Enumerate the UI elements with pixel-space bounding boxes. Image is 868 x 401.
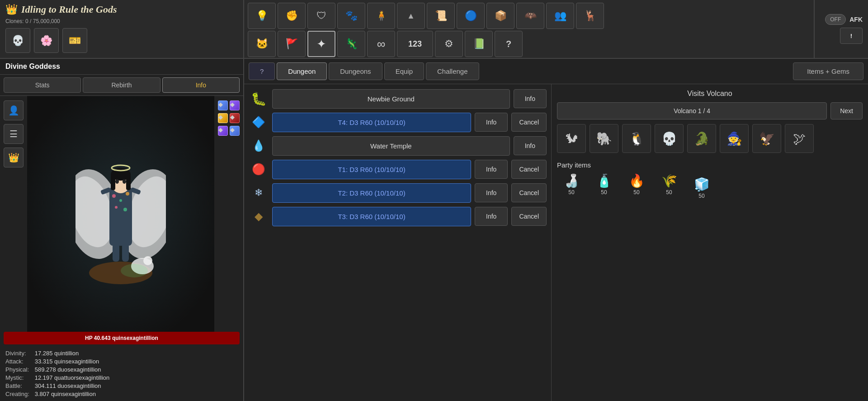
dungeon-row-t4: 🔷 T4: D3 R60 (10/10/10) Info Cancel [249, 112, 547, 132]
game-title: Idling to Rule the Gods [21, 4, 117, 15]
nav-infinity-btn[interactable]: ∞ [367, 31, 395, 57]
nav-person-btn[interactable]: 🧍 [367, 3, 395, 29]
tab-items-gems[interactable]: Items + Gems [793, 62, 863, 80]
nav-numbers-btn[interactable]: 123 [397, 31, 433, 57]
gem-purple2: ◆ [218, 126, 228, 136]
monster-penguin[interactable]: 🐧 [622, 124, 651, 153]
stat-physical-value: 589.278 duosexagintillion [35, 366, 238, 373]
char-crown-btn[interactable]: 👑 [4, 148, 24, 167]
nav-fight-btn[interactable]: ✊ [278, 3, 306, 29]
party-item-4[interactable]: 🧊 50 [687, 177, 716, 199]
monster-witch[interactable]: 🧙 [720, 124, 749, 153]
ticket-button[interactable]: 🎫 [62, 28, 87, 53]
nav-deer-btn[interactable]: 🦌 [576, 3, 604, 29]
monster-squirrel[interactable]: 🐿 [557, 124, 586, 153]
dungeon-info-newbie[interactable]: Info [514, 89, 547, 108]
dungeon-cancel-t2[interactable]: Cancel [511, 183, 547, 202]
monster-elephant[interactable]: 🐘 [590, 124, 618, 153]
dungeon-btn-t4[interactable]: T4: D3 R60 (10/10/10) [272, 113, 471, 132]
char-menu-btn[interactable]: ☰ [4, 124, 24, 144]
volcano-panel: Visits Volcano Volcano 1 / 4 Next 🐿 🐘 🐧 … [552, 84, 868, 401]
dungeon-cancel-t3[interactable]: Cancel [511, 207, 547, 226]
nav-bat-btn[interactable]: 🦇 [516, 3, 544, 29]
party-items-title: Party items [557, 161, 863, 169]
char-portrait-btn[interactable]: 👤 [4, 100, 24, 120]
nav-help-btn[interactable]: ? [495, 31, 523, 57]
party-item-2[interactable]: 🔥 50 [622, 173, 651, 199]
nav-box-btn[interactable]: 📦 [486, 3, 514, 29]
stat-attack-label: Attack: [5, 358, 29, 365]
svg-rect-12 [111, 174, 115, 190]
nav-flag-btn[interactable]: 🚩 [278, 31, 306, 57]
dungeon-icon-t1: 🔴 [249, 159, 269, 179]
nav-star-btn[interactable]: ✦ [307, 31, 335, 57]
character-svg [75, 142, 166, 286]
nav-paw-btn[interactable]: 🐾 [337, 3, 365, 29]
stat-mystic-label: Mystic: [5, 374, 29, 381]
party-item-1[interactable]: 🧴 50 [590, 173, 618, 199]
party-item-3[interactable]: 🌾 50 [655, 173, 684, 199]
party-item-icon-1: 🧴 [596, 173, 612, 188]
dungeon-btn-t1[interactable]: T1: D3 R60 (10/10/10) [272, 160, 471, 179]
gem-blue2: ◆ [230, 126, 240, 136]
dungeon-info-t4[interactable]: Info [475, 113, 508, 132]
monster-eagle[interactable]: 🦅 [752, 124, 781, 153]
tab-info[interactable]: Info [162, 77, 240, 93]
dungeon-info-water[interactable]: Info [514, 136, 547, 155]
dungeon-info-t3[interactable]: Info [475, 207, 508, 226]
dungeon-cancel-t1[interactable]: Cancel [511, 160, 547, 179]
flower-button[interactable]: 🌸 [34, 28, 59, 53]
dungeon-info-t2[interactable]: Info [475, 183, 508, 202]
top-items-row: 💀 🌸 🎫 [5, 28, 238, 53]
gems-row-2: ◆ ◆ [218, 113, 240, 123]
nav-gear-btn[interactable]: ⚙ [435, 31, 463, 57]
svg-point-24 [121, 264, 148, 277]
nav-orb-btn[interactable]: 🔵 [457, 3, 485, 29]
svg-point-5 [112, 194, 116, 198]
nav-book-btn[interactable]: 📗 [465, 31, 493, 57]
dungeon-btn-water[interactable]: Water Temple [272, 136, 510, 156]
dungeon-tabs: ? Dungeon Dungeons Equip Challenge Items… [244, 59, 868, 84]
tab-dungeons[interactable]: Dungeons [329, 62, 382, 80]
main-content: Divine Goddess Stats Rebirth Info 👤 ☰ 👑 [0, 59, 868, 401]
nav-light-btn[interactable]: 💡 [248, 3, 276, 29]
gem-purple: ◆ [230, 100, 240, 110]
tab-dungeon[interactable]: Dungeon [277, 62, 327, 80]
svg-rect-19 [113, 243, 119, 262]
party-items-grid: 🍶 50 🧴 50 🔥 50 🌾 50 [557, 173, 863, 199]
dungeon-info-t1[interactable]: Info [475, 160, 508, 179]
party-item-icon-0: 🍶 [564, 173, 580, 188]
dungeon-icon-t4: 🔷 [249, 112, 269, 132]
nav-cat-btn[interactable]: 🐱 [248, 31, 276, 57]
tab-stats[interactable]: Stats [4, 77, 81, 93]
dungeon-btn-t3[interactable]: T3: D3 R60 (10/10/10) [272, 207, 471, 226]
dungeon-btn-t2[interactable]: T2: D3 R60 (10/10/10) [272, 183, 471, 203]
nav-lizard-btn[interactable]: 🦎 [337, 31, 365, 57]
tab-challenge[interactable]: Challenge [426, 62, 479, 80]
stat-battle-value: 304.111 duosexagintillion [35, 382, 238, 389]
dungeon-cancel-t4[interactable]: Cancel [511, 113, 547, 132]
character-tabs: Stats Rebirth Info [0, 75, 243, 96]
monster-dragon[interactable]: 🐊 [687, 124, 716, 153]
skull-button[interactable]: 💀 [5, 28, 30, 53]
party-item-count-0: 50 [568, 189, 574, 196]
monster-dove[interactable]: 🕊 [785, 124, 814, 153]
volcano-location-btn[interactable]: Volcano 1 / 4 [557, 102, 827, 119]
tab-rebirth[interactable]: Rebirth [83, 77, 160, 93]
monster-skull[interactable]: 💀 [655, 124, 684, 153]
nav-scroll-btn[interactable]: 📜 [427, 3, 455, 29]
tab-equip[interactable]: Equip [384, 62, 424, 80]
nav-shield-btn[interactable]: 🛡 [307, 3, 335, 29]
notification-button[interactable]: ! [840, 28, 863, 44]
volcano-next-btn[interactable]: Next [830, 102, 863, 119]
gem-blue: ◆ [218, 100, 228, 110]
afk-label: AFK [849, 16, 863, 23]
party-item-0[interactable]: 🍶 50 [557, 173, 586, 199]
tab-question[interactable]: ? [249, 62, 275, 80]
svg-point-9 [123, 208, 127, 211]
dungeon-btn-newbie[interactable]: Newbie Ground [272, 89, 510, 109]
afk-toggle[interactable]: OFF [825, 14, 846, 25]
nav-group-btn[interactable]: 👥 [546, 3, 574, 29]
nav-pyramid-btn[interactable]: ▲ [397, 3, 425, 29]
title-section: 👑 Idling to Rule the Gods Clones: 0 / 75… [0, 0, 244, 58]
